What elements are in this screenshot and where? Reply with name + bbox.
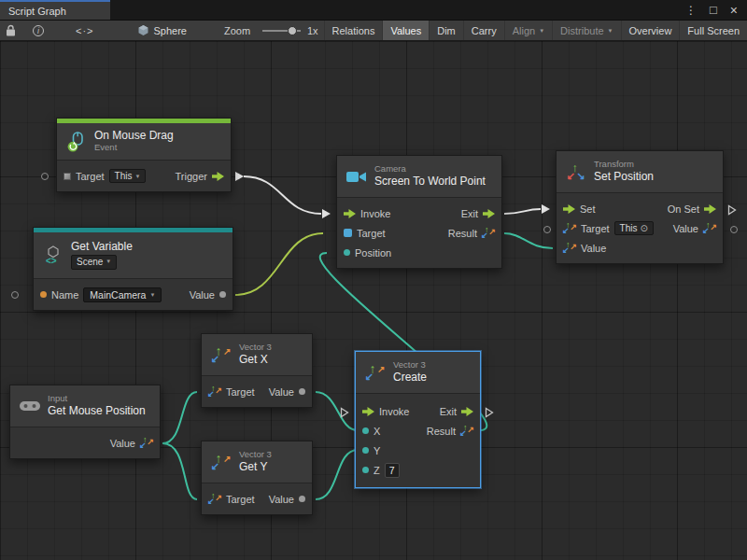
- unconnected-port-circle[interactable]: [543, 226, 551, 233]
- camera-port-icon[interactable]: [344, 229, 352, 237]
- wire-mouse-to-getx[interactable]: [162, 392, 197, 443]
- gameobject-port-icon[interactable]: [63, 173, 71, 180]
- lock-button[interactable]: [0, 21, 21, 40]
- flow-arrowhead: [322, 209, 331, 218]
- flow-input-port-icon[interactable]: [362, 407, 374, 416]
- object-output-port[interactable]: [219, 291, 226, 298]
- flow-output-port-icon[interactable]: [461, 407, 473, 416]
- vector3-port-icon[interactable]: [208, 493, 221, 505]
- port-label-y: Y: [374, 445, 380, 456]
- node-vector3-create[interactable]: Vector 3 Create Invoke Exit X: [355, 351, 481, 488]
- variable-scope-value: Scene: [77, 257, 103, 268]
- carry-button[interactable]: Carry: [463, 21, 504, 40]
- dim-button[interactable]: Dim: [429, 21, 463, 40]
- unconnected-port-circle[interactable]: [730, 226, 738, 233]
- wire-getx-to-x[interactable]: [316, 392, 358, 430]
- target-this-picker[interactable]: This: [614, 221, 654, 235]
- vector3-icon: [209, 452, 233, 472]
- flow-continuation-arrow[interactable]: [340, 407, 349, 418]
- port-label-exit: Exit: [440, 406, 457, 417]
- port-row: Invoke Exit: [356, 401, 480, 421]
- wire-variable-to-target[interactable]: [235, 233, 323, 295]
- gamepad-icon: [18, 399, 41, 413]
- node-title: On Mouse Drag: [94, 130, 174, 143]
- transform-port-icon[interactable]: [563, 222, 576, 234]
- vector3-icon: [209, 344, 233, 365]
- wire-result-to-value[interactable]: [504, 233, 553, 248]
- window-menu-icon[interactable]: [685, 5, 697, 16]
- port-row: Name MainCamera Value: [34, 285, 233, 304]
- node-get-mouse-position[interactable]: Input Get Mouse Position Value: [9, 385, 161, 459]
- values-button[interactable]: Values: [382, 21, 429, 40]
- port-row: Target This Value: [557, 218, 723, 238]
- fullscreen-button[interactable]: Full Screen: [679, 21, 747, 40]
- wire-trigger-to-invoke[interactable]: [244, 176, 321, 214]
- vector3-port-icon[interactable]: [563, 242, 576, 254]
- flow-input-port-icon[interactable]: [344, 209, 356, 218]
- flow-output-port-icon[interactable]: [483, 209, 495, 218]
- variable-icon: <>: [41, 245, 64, 266]
- node-set-position[interactable]: Transform Set Position Set On Set Target: [556, 150, 724, 264]
- vector3-input-port[interactable]: [344, 249, 350, 256]
- float-output-port[interactable]: [299, 388, 305, 395]
- string-input-port[interactable]: [40, 291, 47, 298]
- info-button[interactable]: [27, 21, 49, 40]
- variable-name-dropdown[interactable]: MainCamera: [83, 287, 162, 302]
- unconnected-port-circle[interactable]: [11, 291, 19, 299]
- tab-script-graph[interactable]: Script Graph: [0, 0, 110, 20]
- node-get-y[interactable]: Vector 3 Get Y Target Value: [201, 441, 313, 515]
- vector3-icon: [363, 362, 387, 383]
- node-get-x[interactable]: Vector 3 Get X Target Value: [201, 333, 313, 408]
- wire-exit-to-set[interactable]: [504, 209, 541, 214]
- flow-output-port-icon[interactable]: [212, 172, 224, 181]
- graph-canvas[interactable]: On Mouse Drag Event Target This Trigger: [0, 41, 747, 560]
- node-screen-to-world-point[interactable]: Camera Screen To World Point Invoke Exit…: [336, 155, 502, 269]
- port-label-invoke: Invoke: [360, 208, 390, 219]
- zoom-slider[interactable]: [262, 30, 301, 32]
- z-value-input[interactable]: 7: [385, 463, 400, 478]
- edit-graph-button[interactable]: [70, 21, 100, 40]
- node-title: Get X: [239, 354, 272, 367]
- gameobject-cube-icon: [137, 24, 149, 36]
- node-get-variable[interactable]: <> Get Variable Scene Name MainCamera Va…: [33, 227, 233, 311]
- node-subtitle: Event: [94, 143, 174, 153]
- wire-mouse-to-gety[interactable]: [162, 443, 197, 499]
- float-input-port[interactable]: [362, 467, 369, 473]
- node-on-mouse-drag[interactable]: On Mouse Drag Event Target This Trigger: [56, 118, 232, 192]
- vector3-port-icon[interactable]: [460, 425, 473, 437]
- node-category: Vector 3: [239, 343, 272, 353]
- distribute-dropdown[interactable]: Distribute: [552, 21, 620, 40]
- unconnected-port-circle[interactable]: [41, 173, 49, 180]
- variable-scope-dropdown[interactable]: Scene: [71, 255, 117, 270]
- graph-owner-button[interactable]: Sphere: [132, 21, 192, 40]
- overview-button[interactable]: Overview: [621, 21, 680, 40]
- flow-input-port-icon[interactable]: [563, 204, 575, 214]
- port-row: Value: [557, 238, 723, 258]
- zoom-slider-handle[interactable]: [288, 26, 297, 35]
- flow-continuation-arrow[interactable]: [485, 407, 494, 418]
- float-output-port[interactable]: [299, 496, 305, 502]
- maximize-icon[interactable]: [710, 4, 717, 16]
- node-category: Camera: [374, 164, 486, 175]
- port-label-value: Value: [269, 494, 294, 505]
- port-row: Position: [337, 243, 501, 262]
- vector3-port-icon[interactable]: [482, 227, 495, 239]
- flow-output-port-icon[interactable]: [704, 204, 716, 214]
- vector3-port-icon[interactable]: [140, 437, 153, 449]
- vector3-port-icon[interactable]: [703, 222, 716, 234]
- target-this-dropdown[interactable]: This: [109, 169, 147, 183]
- wire-gety-to-y[interactable]: [316, 450, 358, 499]
- align-dropdown[interactable]: Align: [504, 21, 552, 40]
- lock-icon: [6, 24, 16, 36]
- port-label-target: Target: [226, 386, 255, 398]
- port-label-trigger: Trigger: [176, 171, 207, 182]
- port-label-exit: Exit: [461, 208, 478, 219]
- close-icon[interactable]: [730, 4, 738, 17]
- port-label-name: Name: [51, 289, 78, 301]
- flow-continuation-arrow[interactable]: [727, 204, 737, 216]
- float-input-port[interactable]: [362, 447, 369, 454]
- relations-button[interactable]: Relations: [324, 21, 383, 40]
- node-title: Screen To World Point: [374, 175, 486, 189]
- float-input-port[interactable]: [362, 427, 369, 434]
- vector3-port-icon[interactable]: [208, 385, 221, 398]
